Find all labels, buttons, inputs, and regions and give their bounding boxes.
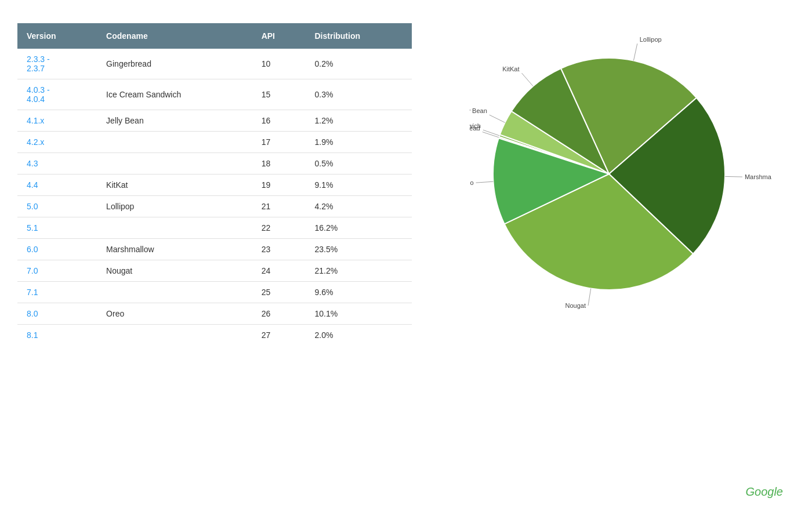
distribution-cell: 2.0% [305, 325, 412, 346]
distribution-cell: 1.2% [305, 110, 412, 132]
api-cell: 24 [252, 260, 306, 282]
api-cell: 16 [252, 110, 306, 132]
version-cell[interactable]: 2.3.3 -2.3.7 [17, 49, 97, 79]
pie-label-text-3: KitKat [502, 66, 519, 72]
table-row: 4.1.x Jelly Bean 16 1.2% [17, 110, 412, 132]
codename-cell: Oreo [97, 303, 252, 325]
api-cell: 17 [252, 132, 306, 153]
table-row: 7.1 25 9.6% [17, 282, 412, 303]
version-cell[interactable]: 8.1 [17, 325, 97, 346]
api-cell: 19 [252, 175, 306, 196]
version-cell[interactable]: 4.2.x [17, 132, 97, 153]
pie-label-line-3 [522, 73, 534, 86]
table-row: 4.4 KitKat 19 9.1% [17, 175, 412, 196]
table-row: 8.0 Oreo 26 10.1% [17, 303, 412, 325]
codename-cell: KitKat [97, 175, 252, 196]
api-cell: 25 [252, 282, 306, 303]
table-row: 2.3.3 -2.3.7 Gingerbread 10 0.2% [17, 49, 412, 79]
android-versions-table: Version Codename API Distribution 2.3.3 … [17, 23, 412, 346]
api-cell: 22 [252, 217, 306, 239]
pie-chart-wrapper: GingerbreadIce Cream SandwichJelly BeanK… [470, 35, 771, 325]
pie-chart: GingerbreadIce Cream SandwichJelly BeanK… [470, 35, 771, 325]
table-row: 4.3 18 0.5% [17, 153, 412, 175]
table-row: 4.2.x 17 1.9% [17, 132, 412, 153]
pie-label-text-5: Marshmallow [745, 173, 771, 180]
table-row: 5.0 Lollipop 21 4.2% [17, 196, 412, 217]
google-logo: Google [746, 485, 784, 499]
pie-label-text-6: Nougat [566, 302, 586, 309]
main-container: Version Codename API Distribution 2.3.3 … [17, 23, 795, 346]
version-cell[interactable]: 6.0 [17, 239, 97, 260]
api-cell: 10 [252, 49, 306, 79]
codename-cell: Ice Cream Sandwich [97, 79, 252, 110]
pie-label-text-1: Ice Cream Sandwich [470, 122, 481, 129]
pie-label-line-6 [588, 289, 591, 306]
version-cell[interactable]: 4.0.3 -4.0.4 [17, 79, 97, 110]
distribution-cell: 23.5% [305, 239, 412, 260]
api-cell: 21 [252, 196, 306, 217]
codename-cell: Lollipop [97, 196, 252, 217]
table-row: 8.1 27 2.0% [17, 325, 412, 346]
table-row: 7.0 Nougat 24 21.2% [17, 260, 412, 282]
codename-cell: Nougat [97, 260, 252, 282]
version-cell[interactable]: 7.1 [17, 282, 97, 303]
api-cell: 15 [252, 79, 306, 110]
codename-cell [97, 325, 252, 346]
api-header: API [252, 23, 306, 49]
table-header-row: Version Codename API Distribution [17, 23, 412, 49]
version-cell[interactable]: 7.0 [17, 260, 97, 282]
version-cell[interactable]: 4.3 [17, 153, 97, 175]
codename-cell: Gingerbread [97, 49, 252, 79]
table-row: 4.0.3 -4.0.4 Ice Cream Sandwich 15 0.3% [17, 79, 412, 110]
distribution-cell: 0.2% [305, 49, 412, 79]
pie-label-line-2 [490, 115, 505, 122]
table-section: Version Codename API Distribution 2.3.3 … [17, 23, 412, 346]
api-cell: 26 [252, 303, 306, 325]
pie-label-text-7: Oreo [470, 179, 474, 186]
codename-cell [97, 132, 252, 153]
distribution-cell: 21.2% [305, 260, 412, 282]
codename-cell: Jelly Bean [97, 110, 252, 132]
distribution-cell: 16.2% [305, 217, 412, 239]
codename-cell [97, 282, 252, 303]
pie-label-text-2: Jelly Bean [470, 107, 487, 114]
pie-label-line-7 [476, 181, 494, 183]
codename-cell [97, 153, 252, 175]
version-cell[interactable]: 8.0 [17, 303, 97, 325]
chart-section: GingerbreadIce Cream SandwichJelly BeanK… [447, 35, 795, 325]
version-cell[interactable]: 4.1.x [17, 110, 97, 132]
pie-label-text-4: Lollipop [640, 36, 662, 43]
api-cell: 18 [252, 153, 306, 175]
distribution-cell: 0.3% [305, 79, 412, 110]
distribution-header: Distribution [305, 23, 412, 49]
codename-cell [97, 217, 252, 239]
version-header: Version [17, 23, 97, 49]
distribution-cell: 4.2% [305, 196, 412, 217]
distribution-cell: 1.9% [305, 132, 412, 153]
api-cell: 27 [252, 325, 306, 346]
api-cell: 23 [252, 239, 306, 260]
version-cell[interactable]: 5.1 [17, 217, 97, 239]
table-row: 6.0 Marshmallow 23 23.5% [17, 239, 412, 260]
pie-label-line-5 [725, 176, 742, 177]
codename-cell: Marshmallow [97, 239, 252, 260]
distribution-cell: 0.5% [305, 153, 412, 175]
version-cell[interactable]: 5.0 [17, 196, 97, 217]
pie-label-line-4 [633, 43, 637, 60]
distribution-cell: 10.1% [305, 303, 412, 325]
table-row: 5.1 22 16.2% [17, 217, 412, 239]
distribution-cell: 9.1% [305, 175, 412, 196]
version-cell[interactable]: 4.4 [17, 175, 97, 196]
codename-header: Codename [97, 23, 252, 49]
distribution-cell: 9.6% [305, 282, 412, 303]
